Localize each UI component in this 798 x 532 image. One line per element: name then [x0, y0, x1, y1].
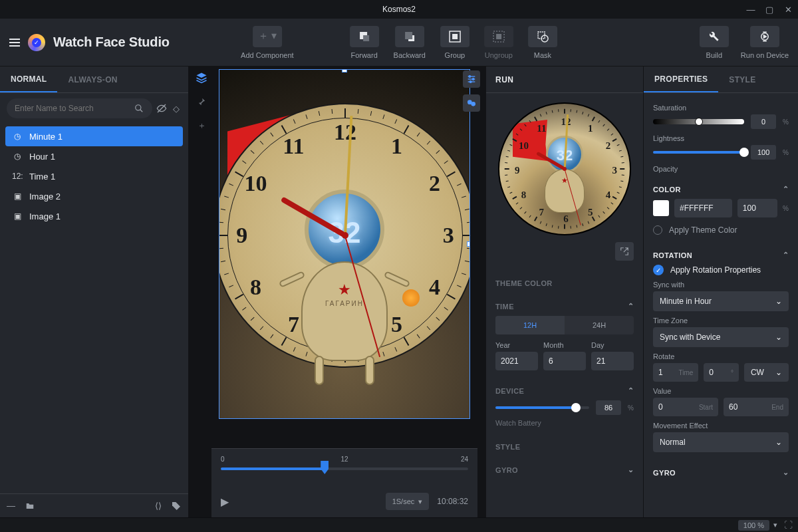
zoom-value[interactable]: 100 % [738, 520, 769, 531]
canvas-add-icon[interactable]: ＋ [194, 118, 209, 133]
section-color[interactable]: COLOR⌃ [644, 176, 798, 199]
app-toolbar: ✓ Watch Face Studio ＋ ▾ Add Component Fo… [0, 19, 798, 66]
section-device[interactable]: DEVICE⌃ [486, 377, 643, 400]
section-theme-color[interactable]: THEME COLOR [486, 270, 643, 293]
svg-marker-11 [763, 35, 766, 38]
section-style[interactable]: STYLE [486, 434, 643, 456]
add-folder-button[interactable] [25, 501, 35, 511]
code-view-button[interactable]: ⟨⟩ [155, 501, 162, 511]
layer-label: Hour 1 [29, 152, 55, 162]
timeline-mid-label: 12 [340, 456, 348, 463]
canvas-layers-icon[interactable] [194, 70, 209, 85]
window-minimize-button[interactable]: — [745, 5, 757, 15]
time-format-segmented[interactable]: 12H 24H [495, 316, 634, 334]
layer-label: Image 2 [29, 192, 61, 201]
layer-item[interactable]: ▣Image 1 [5, 206, 183, 226]
color-hex-input[interactable]: #FFFFFF [674, 199, 732, 217]
section-rotation[interactable]: ROTATION⌃ [644, 241, 798, 265]
tab-always-on[interactable]: ALWAYS-ON [57, 66, 128, 92]
color-swatch[interactable] [653, 200, 669, 216]
layer-search[interactable] [7, 98, 152, 118]
section-time[interactable]: TIME⌃ [486, 293, 643, 316]
timeline-playhead[interactable] [321, 461, 329, 474]
svg-rect-7 [496, 34, 501, 39]
canvas-artboard[interactable]: 121234567891011 32 ★ ГАГАРИН [219, 69, 470, 419]
svg-point-22 [471, 102, 475, 106]
backward-button[interactable]: Backward [394, 26, 426, 59]
window-close-button[interactable]: ✕ [782, 5, 794, 15]
image-icon: ▣ [12, 192, 23, 201]
month-input[interactable]: 6 [543, 352, 586, 370]
battery-value[interactable]: 86 [596, 400, 621, 415]
digital-time-display: 32 [329, 216, 361, 249]
lock-toggle-icon[interactable]: ◇ [171, 103, 182, 114]
saturation-value[interactable]: 0 [751, 114, 776, 129]
play-button[interactable]: ▶ [221, 495, 229, 508]
layer-item[interactable]: 12:Time 1 [5, 166, 183, 186]
year-input[interactable]: 2021 [495, 352, 538, 370]
fullscreen-button[interactable]: ⛶ [784, 520, 793, 530]
open-preview-button[interactable] [615, 242, 634, 261]
lightness-slider[interactable] [653, 151, 744, 154]
layer-item[interactable]: ◷Minute 1 [5, 126, 183, 146]
rotate-times-input[interactable]: 1Time [653, 363, 698, 382]
playback-rate-dropdown[interactable]: 1S/sec▾ [386, 493, 430, 510]
run-on-device-button[interactable]: Run on Device [741, 26, 789, 59]
svg-line-13 [140, 110, 143, 112]
layer-item[interactable]: ▣Image 2 [5, 186, 183, 206]
canvas-link-icon[interactable] [463, 94, 480, 112]
color-opacity-input[interactable]: 100 [737, 199, 777, 217]
tab-normal[interactable]: NORMAL [0, 66, 57, 92]
add-component-button[interactable]: ＋ ▾ Add Component [241, 26, 294, 59]
group-button[interactable]: Group [440, 26, 469, 59]
app-logo-icon: ✓ [28, 34, 45, 51]
menu-button[interactable] [9, 39, 20, 47]
layer-item[interactable]: ◷Hour 1 [5, 146, 183, 166]
section-gyro-run[interactable]: GYRO⌄ [486, 456, 643, 479]
tab-properties[interactable]: PROPERTIES [644, 66, 718, 92]
day-input[interactable]: 21 [591, 352, 634, 370]
timeline-start-label: 0 [221, 456, 225, 463]
canvas-pin-icon[interactable] [194, 94, 209, 109]
svg-rect-3 [405, 32, 412, 39]
rotation-end-input[interactable]: 60End [724, 398, 789, 416]
section-gyro-props[interactable]: GYRO⌄ [644, 459, 798, 482]
rotation-start-input[interactable]: 0Start [653, 398, 718, 416]
properties-panel: PROPERTIES STYLE Saturation 0 % Lightnes… [644, 66, 798, 517]
layer-search-input[interactable] [15, 104, 134, 113]
canvas-settings-icon[interactable] [463, 70, 480, 88]
build-button[interactable]: Build [700, 26, 729, 59]
rotate-direction-dropdown[interactable]: CW⌄ [744, 363, 789, 382]
rotate-angle-input[interactable]: 0° [704, 363, 739, 382]
mask-button[interactable]: Mask [528, 26, 557, 59]
time-24h-option[interactable]: 24H [565, 316, 634, 334]
forward-button[interactable]: Forward [350, 26, 379, 59]
timeline-end-label: 24 [461, 456, 468, 463]
svg-point-19 [472, 78, 474, 80]
status-bar: 100 % ▾ ⛶ [0, 517, 798, 532]
sync-with-dropdown[interactable]: Minute in Hour⌄ [653, 291, 789, 311]
movement-effect-dropdown[interactable]: Normal⌄ [653, 432, 789, 452]
apply-theme-color-radio[interactable] [653, 225, 662, 235]
search-icon [134, 103, 144, 114]
saturation-slider[interactable] [653, 119, 744, 124]
battery-slider[interactable] [495, 406, 589, 409]
watch-preview: 121234567891011 32 ★ [498, 102, 631, 235]
timeline: 0 12 24 ▶ 1S/sec▾ 10:08:32 [211, 448, 477, 517]
image-icon: ▣ [12, 211, 23, 221]
canvas-area[interactable]: ＋ 121234567891011 32 ★ [189, 66, 485, 517]
layers-list: ◷Minute 1◷Hour 112:Time 1▣Image 2▣Image … [0, 124, 188, 229]
text-icon: 12: [12, 172, 23, 181]
tags-button[interactable] [171, 501, 182, 511]
layer-label: Minute 1 [29, 132, 63, 142]
window-maximize-button[interactable]: ▢ [763, 5, 775, 15]
run-panel: RUN 121234567891011 32 ★ [485, 66, 644, 517]
timezone-dropdown[interactable]: Sync with Device⌄ [653, 327, 789, 347]
time-12h-option[interactable]: 12H [495, 316, 565, 334]
lightness-value[interactable]: 100 [751, 145, 776, 160]
apply-rotation-checkbox[interactable]: ✓ [653, 265, 664, 275]
visibility-toggle-icon[interactable] [156, 103, 167, 114]
remove-layer-button[interactable]: — [7, 501, 15, 511]
ungroup-button[interactable]: Ungroup [484, 26, 513, 59]
tab-style[interactable]: STYLE [718, 66, 766, 92]
